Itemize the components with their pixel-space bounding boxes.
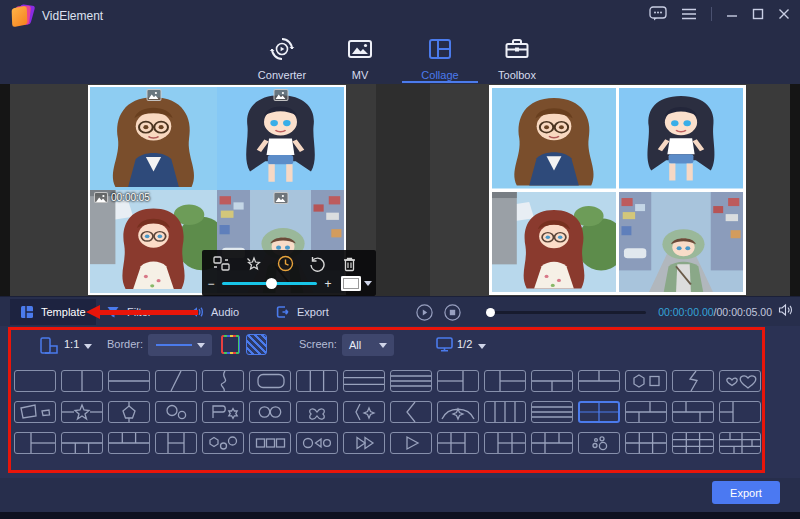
template-tile-double-circles[interactable] xyxy=(249,401,291,423)
border-style-select[interactable] xyxy=(148,334,212,356)
template-tile-top-panel-bottom-split[interactable] xyxy=(531,370,573,392)
template-tile-hexagon-square[interactable] xyxy=(625,370,667,392)
template-tile-circle-triangle-circle[interactable] xyxy=(296,432,338,454)
aspect-ratio-dropdown-icon[interactable] xyxy=(84,344,92,349)
template-tile-top-split-bottom-panel[interactable] xyxy=(578,370,620,392)
template-tile-megaphone[interactable] xyxy=(14,401,56,423)
swap-icon[interactable] xyxy=(212,254,231,273)
template-tile-flag-gear[interactable] xyxy=(202,401,244,423)
template-tile-three-squares[interactable] xyxy=(249,432,291,454)
template-tile-chevron-split[interactable] xyxy=(390,401,432,423)
nav-item-toolbox[interactable]: Toolbox xyxy=(479,36,555,81)
delete-icon[interactable] xyxy=(340,254,359,273)
page-dropdown-icon[interactable] xyxy=(478,344,486,349)
duration-icon[interactable] xyxy=(276,254,295,273)
menu-icon[interactable] xyxy=(681,8,697,20)
template-tile-four-columns[interactable] xyxy=(484,401,526,423)
template-tile-three-columns-center-split[interactable] xyxy=(155,432,197,454)
template-tile-play-split[interactable] xyxy=(390,432,432,454)
template-tile-left-column-right-panel[interactable] xyxy=(719,401,761,423)
minimize-icon[interactable] xyxy=(726,8,738,20)
template-tile-grid-2x3-left[interactable] xyxy=(437,432,479,454)
template-tile-grid-2x2-offset[interactable] xyxy=(625,401,667,423)
playback-progress-slider[interactable] xyxy=(486,311,646,314)
template-tile-grid-2x2-selected[interactable] xyxy=(578,401,620,423)
zoom-in-button[interactable]: + xyxy=(323,279,333,289)
rotate-icon[interactable] xyxy=(308,254,327,273)
zoom-out-button[interactable]: − xyxy=(206,279,216,289)
nav-item-mv[interactable]: MV xyxy=(322,36,398,81)
template-tile-three-columns[interactable] xyxy=(296,370,338,392)
play-button[interactable] xyxy=(416,304,433,321)
template-tile-left-panel-right-stack[interactable] xyxy=(484,370,526,392)
template-tile-top-three-bottom-panel[interactable] xyxy=(108,432,150,454)
template-tile-grid-2x3[interactable] xyxy=(625,432,667,454)
template-tile-clover[interactable] xyxy=(296,401,338,423)
progress-knob[interactable] xyxy=(486,308,495,317)
border-pattern-button[interactable] xyxy=(246,334,267,355)
preview-cell-3 xyxy=(492,192,616,293)
nav-item-collage[interactable]: Collage xyxy=(402,36,478,81)
playback-controls: 00:00:00.00/00:00:05.00 xyxy=(416,299,800,325)
aspect-ratio-value[interactable]: 1:1 xyxy=(64,338,79,350)
app-logo-icon xyxy=(12,4,35,27)
template-tile-hearts[interactable] xyxy=(719,370,761,392)
screen-select[interactable]: All xyxy=(342,334,394,356)
tab-filter[interactable]: Filter xyxy=(96,299,161,325)
editor-cell-1[interactable] xyxy=(90,87,217,190)
photo-portrait-woman-glasses xyxy=(90,87,217,190)
template-tile-grid-2x3-top[interactable] xyxy=(531,432,573,454)
nav-label: Toolbox xyxy=(479,69,555,81)
template-tile-left-stack-right-panel[interactable] xyxy=(437,370,479,392)
template-tile-two-rows[interactable] xyxy=(108,370,150,392)
template-tile-curve-split[interactable] xyxy=(202,370,244,392)
template-tile-four-rows-stripes[interactable] xyxy=(531,401,573,423)
tab-audio[interactable]: Audio xyxy=(180,299,249,325)
template-tile-left-panel-right-rows[interactable] xyxy=(14,432,56,454)
template-tile-three-rows[interactable] xyxy=(343,370,385,392)
photo-chibi-girl xyxy=(217,87,344,190)
tab-label: Export xyxy=(297,306,329,318)
maximize-icon[interactable] xyxy=(752,8,764,20)
editor-cell-2[interactable] xyxy=(217,87,344,190)
stop-button[interactable] xyxy=(444,304,461,321)
volume-icon[interactable] xyxy=(778,303,794,321)
mv-icon xyxy=(347,48,373,65)
zoom-slider-knob[interactable] xyxy=(266,278,277,289)
export-button[interactable]: Export xyxy=(712,481,780,504)
template-tile-dots-circles[interactable] xyxy=(578,432,620,454)
template-tile-grid-2x3-right[interactable] xyxy=(484,432,526,454)
template-tile-rounded-frame[interactable] xyxy=(249,370,291,392)
template-tile-pentagon[interactable] xyxy=(108,401,150,423)
editor-cell-3-selected[interactable]: 00:00:05 xyxy=(90,190,217,293)
template-tile-star-bracket[interactable] xyxy=(343,401,385,423)
tab-template[interactable]: Template xyxy=(10,299,96,325)
frame-style-picker[interactable] xyxy=(341,276,372,291)
converter-icon xyxy=(269,48,295,65)
template-tile-lightning-split[interactable] xyxy=(672,370,714,392)
template-tile-two-columns[interactable] xyxy=(61,370,103,392)
feedback-icon[interactable] xyxy=(649,6,667,21)
template-tile-single[interactable] xyxy=(14,370,56,392)
cell-zoom-slider[interactable] xyxy=(222,282,317,285)
template-tile-grid-3x3[interactable] xyxy=(672,432,714,454)
border-color-button[interactable] xyxy=(221,335,240,354)
nav-label: MV xyxy=(322,69,398,81)
template-tile-mosaic-grid[interactable] xyxy=(719,432,761,454)
template-tile-grid-2x2-stagger[interactable] xyxy=(672,401,714,423)
template-tile-diagonal[interactable] xyxy=(155,370,197,392)
effects-icon[interactable] xyxy=(244,254,263,273)
template-tile-arch-star[interactable] xyxy=(437,401,479,423)
page-indicator[interactable]: 1/2 xyxy=(457,338,472,350)
tab-export[interactable]: Export xyxy=(266,299,339,325)
template-tile-star-banner[interactable] xyxy=(61,401,103,423)
nav-item-converter[interactable]: Converter xyxy=(244,36,320,81)
template-tile-four-rows[interactable] xyxy=(390,370,432,392)
close-icon[interactable] xyxy=(778,8,790,20)
template-tile-hex-circles[interactable] xyxy=(202,432,244,454)
app-window: VidElement ConverterMVCollageToolbox xyxy=(0,0,800,519)
preview-left-gutter xyxy=(0,84,10,296)
template-tile-two-circles[interactable] xyxy=(155,401,197,423)
template-tile-top-panel-bottom-three[interactable] xyxy=(61,432,103,454)
template-tile-fast-forward[interactable] xyxy=(343,432,385,454)
